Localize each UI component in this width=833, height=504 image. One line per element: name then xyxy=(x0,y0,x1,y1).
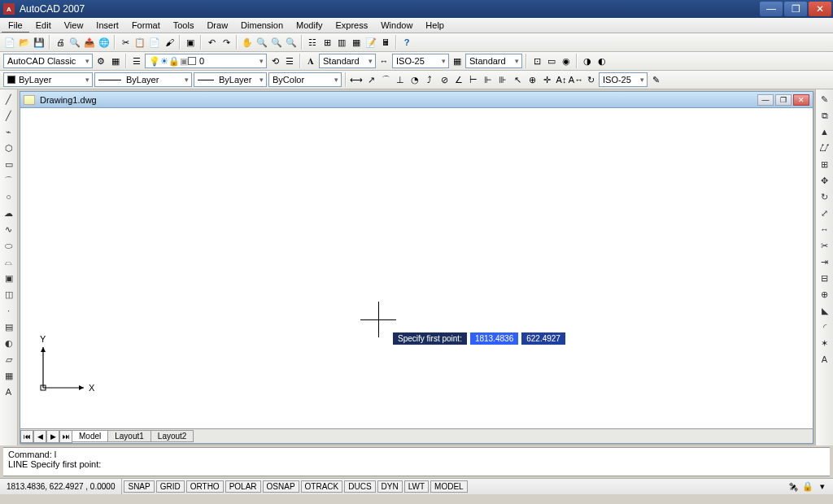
arc-icon[interactable]: ⌒ xyxy=(2,174,15,187)
stretch-icon[interactable]: ↔ xyxy=(818,223,831,236)
gradient-icon[interactable]: ◐ xyxy=(2,337,15,350)
doc-maximize-button[interactable]: ❐ xyxy=(775,94,792,106)
visual-icon[interactable]: ◐ xyxy=(595,54,608,67)
view-icon[interactable]: ▭ xyxy=(545,54,558,67)
tab-layout1[interactable]: Layout1 xyxy=(107,430,151,442)
dim-tolerance-icon[interactable]: ⊕ xyxy=(526,73,539,86)
quickcalc-icon[interactable]: 🖩 xyxy=(379,36,392,49)
toolpalettes-icon[interactable]: ▥ xyxy=(335,36,348,49)
dim-edit-icon[interactable]: A↕ xyxy=(555,73,568,86)
dimstyle-mgr-icon[interactable]: ✎ xyxy=(649,73,662,86)
line-icon[interactable]: ╱ xyxy=(2,93,15,106)
dim-jogged-icon[interactable]: ⤴ xyxy=(423,73,436,86)
region-icon[interactable]: ▱ xyxy=(2,353,15,366)
menu-file[interactable]: File xyxy=(2,19,29,33)
tab-first-button[interactable]: ⏮ xyxy=(20,430,33,443)
textstyle-icon[interactable]: 𝐀 xyxy=(304,54,317,67)
ucs-icon[interactable]: ⊡ xyxy=(530,54,543,67)
workspace-select[interactable]: AutoCAD Classic xyxy=(3,54,93,68)
circle-icon[interactable]: ○ xyxy=(2,190,15,203)
drawing-canvas[interactable]: Specify first point: 1813.4836 622.4927 … xyxy=(20,108,813,428)
menu-insert[interactable]: Insert xyxy=(89,19,125,32)
mtext2-icon[interactable]: A xyxy=(818,353,831,366)
maximize-button[interactable]: ❐ xyxy=(784,2,807,16)
dim-leader-icon[interactable]: ↖ xyxy=(511,73,524,86)
lwt-toggle[interactable]: LWT xyxy=(404,480,429,493)
undo-icon[interactable]: ↶ xyxy=(205,36,218,49)
dim-baseline-icon[interactable]: ⊩ xyxy=(482,73,495,86)
tab-layout2[interactable]: Layout2 xyxy=(150,430,194,442)
menu-tools[interactable]: Tools xyxy=(167,19,201,32)
chamfer-icon[interactable]: ◣ xyxy=(818,304,831,317)
tab-next-button[interactable]: ▶ xyxy=(46,430,59,443)
save-icon[interactable]: 💾 xyxy=(33,36,46,49)
3ddwf-icon[interactable]: 🌐 xyxy=(98,36,111,49)
zoom-prev-icon[interactable]: 🔍 xyxy=(285,36,298,49)
textstyle-select[interactable]: Standard xyxy=(319,54,376,68)
makeblock-icon[interactable]: ◫ xyxy=(2,288,15,301)
join-icon[interactable]: ⊕ xyxy=(818,288,831,301)
break-icon[interactable]: ⊟ xyxy=(818,272,831,285)
explode-icon[interactable]: ✶ xyxy=(818,337,831,350)
dyn-toggle[interactable]: DYN xyxy=(377,480,403,493)
model-toggle[interactable]: MODEL xyxy=(430,480,468,493)
comm-icon[interactable]: 🛰 xyxy=(787,481,799,493)
rectangle-icon[interactable]: ▭ xyxy=(2,158,15,171)
menu-format[interactable]: Format xyxy=(125,19,167,32)
color-select[interactable]: ByLayer xyxy=(3,72,93,87)
ortho-toggle[interactable]: ORTHO xyxy=(186,480,224,493)
layer-select[interactable]: 💡☀🔒▣ 0 xyxy=(145,54,267,68)
array-icon[interactable]: ⊞ xyxy=(818,158,831,171)
polyline-icon[interactable]: ⌁ xyxy=(2,125,15,138)
zoom-win-icon[interactable]: 🔍 xyxy=(270,36,283,49)
snap-toggle[interactable]: SNAP xyxy=(124,480,154,493)
mtext-icon[interactable]: A xyxy=(2,385,15,398)
dim-center-icon[interactable]: ✛ xyxy=(540,73,553,86)
pan-icon[interactable]: ✋ xyxy=(241,36,254,49)
cut-icon[interactable]: ✂ xyxy=(119,36,132,49)
zoom-rt-icon[interactable]: 🔍 xyxy=(255,36,268,49)
layer-states-icon[interactable]: ☰ xyxy=(283,54,296,67)
preview-icon[interactable]: 🔍 xyxy=(68,36,81,49)
menu-draw[interactable]: Draw xyxy=(200,19,234,32)
help-icon[interactable]: ? xyxy=(400,36,413,49)
lock-icon[interactable]: 🔒 xyxy=(802,481,813,493)
dim-tedit-icon[interactable]: A↔ xyxy=(569,73,582,86)
dim-quick-icon[interactable]: ⊢ xyxy=(467,73,480,86)
polygon-icon[interactable]: ⬡ xyxy=(2,141,15,154)
erase-icon[interactable]: ✎ xyxy=(818,93,831,106)
coordinates-readout[interactable]: 1813.4836, 622.4927 , 0.0000 xyxy=(0,479,122,494)
menu-modify[interactable]: Modify xyxy=(290,19,329,32)
dim-diameter-icon[interactable]: ⊘ xyxy=(438,73,451,86)
scale-icon[interactable]: ⤢ xyxy=(818,206,831,219)
spline-icon[interactable]: ∿ xyxy=(2,223,15,236)
ducs-toggle[interactable]: DUCS xyxy=(344,480,375,493)
tab-model[interactable]: Model xyxy=(72,430,108,442)
table-icon[interactable]: ▦ xyxy=(2,369,15,382)
command-window[interactable]: Command: l LINE Specify first point: xyxy=(3,447,830,476)
insertblock-icon[interactable]: ▣ xyxy=(2,272,15,285)
revcloud-icon[interactable]: ☁ xyxy=(2,206,15,219)
menu-help[interactable]: Help xyxy=(419,19,451,32)
fillet-icon[interactable]: ◜ xyxy=(818,320,831,333)
doc-minimize-button[interactable]: — xyxy=(757,94,774,106)
mytoolbar-icon[interactable]: ▦ xyxy=(109,54,122,67)
dimstyle2-select[interactable]: ISO-25 xyxy=(599,72,648,87)
move-icon[interactable]: ✥ xyxy=(818,174,831,187)
publish-icon[interactable]: 📤 xyxy=(83,36,96,49)
3dorbit-icon[interactable]: ◉ xyxy=(560,54,573,67)
properties-icon[interactable]: ☷ xyxy=(306,36,319,49)
dyn-y-input[interactable]: 622.4927 xyxy=(521,332,565,345)
sheetset-icon[interactable]: ▦ xyxy=(350,36,363,49)
otrack-toggle[interactable]: OTRACK xyxy=(301,480,343,493)
hatch-icon[interactable]: ▤ xyxy=(2,320,15,333)
xline-icon[interactable]: ╱ xyxy=(2,109,15,122)
new-icon[interactable]: 📄 xyxy=(3,36,16,49)
dim-aligned-icon[interactable]: ↗ xyxy=(364,73,377,86)
linetype-select[interactable]: ByLayer xyxy=(94,72,192,87)
close-button[interactable]: ✕ xyxy=(809,2,831,16)
doc-close-button[interactable]: ✕ xyxy=(793,94,809,106)
dim-radius-icon[interactable]: ◔ xyxy=(408,73,421,86)
dim-linear-icon[interactable]: ⟷ xyxy=(350,73,363,86)
polar-toggle[interactable]: POLAR xyxy=(225,480,261,493)
